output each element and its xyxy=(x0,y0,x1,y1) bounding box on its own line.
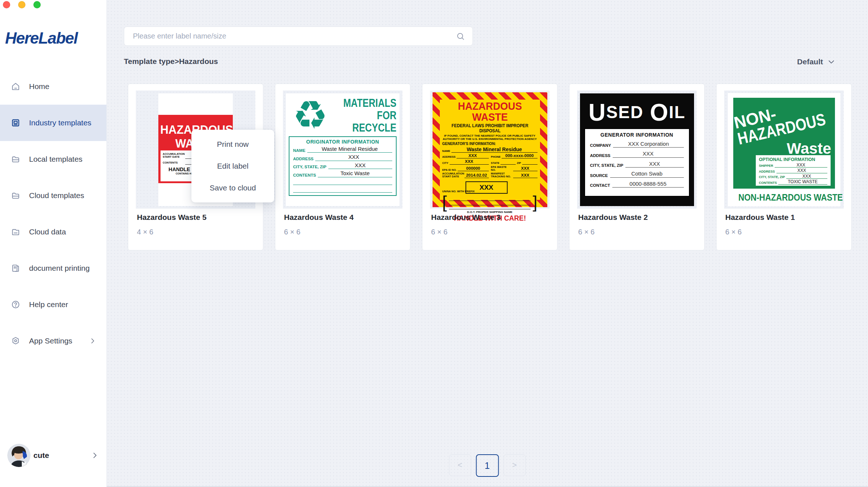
search-input[interactable] xyxy=(124,32,472,40)
sort-dropdown[interactable]: Default xyxy=(797,57,835,66)
sidebar-item-label: document printing xyxy=(29,264,90,273)
pagination-prev-button[interactable]: < xyxy=(449,454,471,476)
label-preview: ♻ MATERIALS FOR RECYCLE ORIGINATOR INFOR… xyxy=(283,90,402,209)
sidebar-item-app-settings[interactable]: App Settings xyxy=(0,323,106,359)
template-title: Hazardous Waste 5 xyxy=(137,213,207,222)
sidebar-item-label: Cloud data xyxy=(29,228,66,236)
template-title: Hazardous Waste 2 xyxy=(578,213,648,222)
herelabel-app-window: HereLabel Home Industry templates Local … xyxy=(0,0,868,487)
template-card-hazardous-waste-2[interactable]: USEDOIL GENERATOR INFORMATION COMPANYXXX… xyxy=(569,84,705,250)
user-name: cute xyxy=(33,451,49,460)
label-preview: NON- HAZARDOUS Waste OPTIONAL INFORMATIO… xyxy=(724,90,844,209)
sidebar-item-label: Help center xyxy=(29,300,68,309)
template-title: Hazardous Waste 3 xyxy=(431,213,501,222)
template-size: 6 × 6 xyxy=(284,228,300,236)
document-printing-icon xyxy=(11,263,20,273)
sidebar-item-home[interactable]: Home xyxy=(0,68,106,105)
search-bar xyxy=(124,27,473,46)
pagination-next-button[interactable]: > xyxy=(503,454,526,476)
main-content: Template type>Hazardous Default HAZARDOU… xyxy=(106,0,868,487)
template-size: 4 × 6 xyxy=(137,228,153,236)
template-card-hazardous-waste-3[interactable]: HAZARDOUS WASTE FEDERAL LAWS PROHIBIT IM… xyxy=(422,84,557,250)
app-settings-icon xyxy=(11,336,20,346)
avatar xyxy=(7,444,31,467)
sidebar-item-label: Cloud templates xyxy=(29,191,84,200)
sidebar-item-help-center[interactable]: Help center xyxy=(0,286,106,323)
label-sheet-materials-for-recycle: ♻ MATERIALS FOR RECYCLE ORIGINATOR INFOR… xyxy=(286,93,399,206)
menu-item-save-to-cloud[interactable]: Save to cloud xyxy=(191,184,274,192)
home-icon xyxy=(11,82,20,91)
search-icon[interactable] xyxy=(456,32,465,41)
pagination-page-1-button[interactable]: 1 xyxy=(476,454,499,477)
breadcrumb: Template type>Hazardous xyxy=(124,57,218,66)
sidebar-item-label: Industry templates xyxy=(29,118,92,127)
sidebar-item-cloud-data[interactable]: Cloud data xyxy=(0,214,106,250)
template-size: 6 × 6 xyxy=(431,228,447,236)
label-sheet-non-hazardous: NON- HAZARDOUS Waste OPTIONAL INFORMATIO… xyxy=(728,93,840,206)
menu-item-edit-label[interactable]: Edit label xyxy=(191,162,274,170)
label-sheet-used-oil: USEDOIL GENERATOR INFORMATION COMPANYXXX… xyxy=(580,93,694,206)
template-card-hazardous-waste-4[interactable]: ♻ MATERIALS FOR RECYCLE ORIGINATOR INFOR… xyxy=(275,84,410,250)
chevron-right-icon xyxy=(89,337,96,345)
label-sheet-yellow-hazardous: HAZARDOUS WASTE FEDERAL LAWS PROHIBIT IM… xyxy=(433,92,547,207)
sidebar: HereLabel Home Industry templates Local … xyxy=(0,0,107,487)
sidebar-item-cloud-templates[interactable]: Cloud templates xyxy=(0,177,106,214)
template-title: Hazardous Waste 4 xyxy=(284,213,354,222)
label-preview: HAZARDOUS WASTE FEDERAL LAWS PROHIBIT IM… xyxy=(430,90,549,209)
sidebar-nav: Home Industry templates Local templates … xyxy=(0,68,106,359)
label-preview: USEDOIL GENERATOR INFORMATION COMPANYXXX… xyxy=(577,90,697,209)
close-window-button[interactable] xyxy=(3,1,10,8)
app-logo: HereLabel xyxy=(5,29,77,47)
help-icon xyxy=(11,300,20,309)
window-controls xyxy=(3,1,41,8)
sidebar-item-local-templates[interactable]: Local templates xyxy=(0,141,106,177)
template-title: Hazardous Waste 1 xyxy=(725,213,795,222)
minimize-window-button[interactable] xyxy=(18,1,25,8)
industry-templates-icon xyxy=(11,118,20,128)
local-templates-icon xyxy=(11,154,20,164)
template-size: 6 × 6 xyxy=(578,228,595,236)
pagination: < 1 > xyxy=(449,454,526,477)
recycle-icon: ♻ xyxy=(289,96,332,135)
sidebar-item-label: Home xyxy=(29,82,49,91)
template-size: 6 × 6 xyxy=(725,228,742,236)
cloud-data-icon xyxy=(11,227,20,237)
sidebar-item-label: Local templates xyxy=(29,155,82,164)
sidebar-item-document-printing[interactable]: document printing xyxy=(0,250,106,286)
sidebar-item-label: App Settings xyxy=(29,337,72,345)
cloud-templates-icon xyxy=(11,191,20,200)
chevron-down-icon xyxy=(827,58,835,66)
template-context-menu: Print now Edit label Save to cloud xyxy=(191,130,274,202)
sidebar-item-industry-templates[interactable]: Industry templates xyxy=(0,105,106,141)
template-card-hazardous-waste-1[interactable]: NON- HAZARDOUS Waste OPTIONAL INFORMATIO… xyxy=(716,84,852,250)
zoom-window-button[interactable] xyxy=(33,1,41,8)
chevron-right-icon xyxy=(91,451,99,459)
user-account-row[interactable]: cute xyxy=(0,443,106,468)
menu-item-print-now[interactable]: Print now xyxy=(191,140,274,149)
sort-dropdown-label: Default xyxy=(797,57,823,66)
